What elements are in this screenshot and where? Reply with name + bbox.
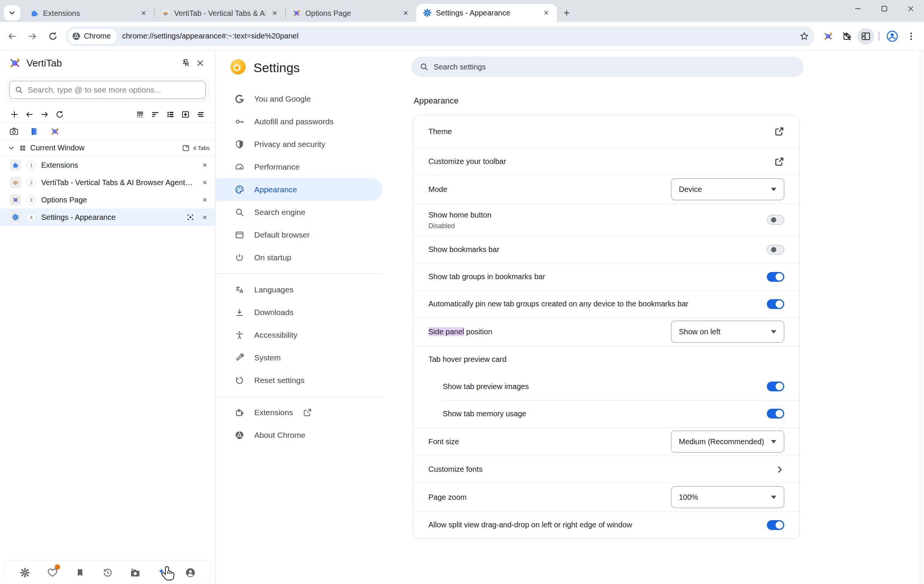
open-customize-toolbar-button[interactable] xyxy=(774,157,784,167)
panel-tab-title: Settings - Appearance xyxy=(41,213,181,222)
close-tab-icon[interactable]: × xyxy=(200,161,210,170)
row-customize-toolbar[interactable]: Customize your toolbar xyxy=(413,148,799,175)
browser-menu-button[interactable] xyxy=(903,28,919,45)
nav-item-reset[interactable]: Reset settings xyxy=(216,369,383,392)
tab-settings-appearance[interactable]: Settings - Appearance × xyxy=(416,4,557,22)
unpin-panel-button[interactable] xyxy=(179,56,193,70)
accessibility-icon xyxy=(234,330,244,340)
history-button[interactable] xyxy=(100,565,115,580)
mode-select[interactable]: Device xyxy=(671,178,784,200)
show-bookmarks-bar-toggle[interactable] xyxy=(767,245,784,255)
bookmark-star-button[interactable] xyxy=(799,31,809,41)
row-customize-fonts[interactable]: Customize fonts xyxy=(413,455,799,483)
settings-page: Settings You and Google Autofill and pas… xyxy=(216,51,924,584)
close-tab-icon[interactable]: × xyxy=(200,196,210,205)
focus-tab-button[interactable] xyxy=(186,213,195,221)
panel-tab-vertitab-store[interactable]: 2 VertiTab - Vertical Tabs & AI Browser … xyxy=(0,174,215,191)
nav-item-on-startup[interactable]: On startup xyxy=(216,246,383,269)
side-panel-button[interactable] xyxy=(858,28,874,45)
profile-button[interactable] xyxy=(884,28,901,45)
nav-item-performance[interactable]: Performance xyxy=(216,156,383,178)
capture-button[interactable] xyxy=(128,565,143,580)
account-button[interactable] xyxy=(183,565,198,580)
nav-item-appearance[interactable]: Appearance xyxy=(216,178,383,201)
panel-reload-button[interactable] xyxy=(52,108,67,121)
current-window-row[interactable]: Current Window 4 Tabs xyxy=(0,140,215,157)
ai-assistant-button[interactable] xyxy=(155,565,170,580)
tab-close-icon[interactable]: × xyxy=(541,8,551,18)
favorites-button[interactable] xyxy=(45,565,60,580)
reload-button[interactable] xyxy=(45,28,61,45)
nav-item-search-engine[interactable]: Search engine xyxy=(216,201,383,224)
open-theme-button[interactable] xyxy=(774,127,784,136)
bookmarks-button[interactable] xyxy=(73,565,87,580)
vertitab-extension-button[interactable] xyxy=(820,28,837,45)
settings-search-input[interactable] xyxy=(434,63,795,71)
nav-item-system[interactable]: System xyxy=(216,346,383,369)
tab-options-page[interactable]: Options Page × xyxy=(285,5,416,22)
panel-tab-extensions[interactable]: 1 Extensions × xyxy=(0,157,215,174)
compact-rows-button[interactable] xyxy=(133,108,148,121)
close-window-button[interactable] xyxy=(898,0,924,17)
panel-settings-button[interactable] xyxy=(17,565,33,580)
side-panel-position-select[interactable]: Show on left xyxy=(671,321,784,343)
nav-item-extensions[interactable]: Extensions xyxy=(216,401,383,424)
nav-item-default-browser[interactable]: Default browser xyxy=(216,224,383,246)
chevron-down-icon[interactable] xyxy=(8,144,15,152)
nav-item-privacy[interactable]: Privacy and security xyxy=(216,133,383,156)
panel-search-box[interactable] xyxy=(9,81,206,99)
page-scrollbar[interactable] xyxy=(920,51,924,584)
sort-rows-button[interactable] xyxy=(148,108,163,121)
show-tab-groups-toggle[interactable] xyxy=(767,272,784,282)
tab-vertitab-store[interactable]: VertiTab - Vertical Tabs & AI Browser Ag… xyxy=(155,5,285,22)
tab-close-icon[interactable]: × xyxy=(401,8,411,18)
split-view-toggle[interactable] xyxy=(767,520,784,530)
window-tab-count: 4 Tabs xyxy=(182,144,210,152)
row-theme[interactable]: Theme xyxy=(413,115,799,148)
nav-item-languages[interactable]: Languages xyxy=(216,279,383,301)
vertitab-actions-button[interactable] xyxy=(50,127,60,136)
tab-extensions[interactable]: Extensions × xyxy=(23,5,154,22)
settings-search-bar[interactable] xyxy=(411,57,804,77)
tab-search-button[interactable] xyxy=(4,5,20,20)
nav-item-you-and-google[interactable]: You and Google xyxy=(216,87,383,110)
forward-button[interactable] xyxy=(24,28,41,45)
close-tab-icon[interactable]: × xyxy=(200,213,210,222)
tab-close-icon[interactable]: × xyxy=(138,8,149,18)
page-zoom-select[interactable]: 100% xyxy=(671,486,784,508)
screenshot-button[interactable] xyxy=(9,127,19,136)
nav-item-accessibility[interactable]: Accessibility xyxy=(216,324,383,346)
new-tab-button[interactable] xyxy=(7,108,22,121)
close-tab-icon[interactable]: × xyxy=(200,178,210,187)
chevron-down-icon xyxy=(8,9,16,17)
address-bar[interactable]: Chrome chrome://settings/appearance#:~:t… xyxy=(66,26,815,46)
extensions-menu-button[interactable] xyxy=(839,28,855,45)
tab-memory-usage-toggle[interactable] xyxy=(767,409,784,419)
minimize-button[interactable] xyxy=(845,0,871,17)
panel-search-input[interactable] xyxy=(28,85,200,94)
nav-item-autofill[interactable]: Autofill and passwords xyxy=(216,110,383,133)
nav-item-downloads[interactable]: Downloads xyxy=(216,301,383,324)
list-view-button[interactable] xyxy=(163,108,178,121)
auto-pin-tab-groups-toggle[interactable] xyxy=(767,299,784,309)
panel-tab-options-page[interactable]: 3 Options Page × xyxy=(0,191,215,208)
boxed-theme-button[interactable] xyxy=(178,108,193,121)
nav-item-about-chrome[interactable]: About Chrome xyxy=(216,424,383,447)
back-button[interactable] xyxy=(4,28,20,45)
show-home-button-toggle[interactable] xyxy=(767,215,784,225)
notebook-button[interactable] xyxy=(30,127,39,136)
tab-close-icon[interactable]: × xyxy=(269,8,280,18)
panel-tab-settings[interactable]: 4 Settings - Appearance × xyxy=(0,208,215,226)
puzzle-favicon-icon xyxy=(10,159,21,171)
close-panel-button[interactable] xyxy=(193,56,207,70)
font-size-select[interactable]: Medium (Recommended) xyxy=(671,431,784,452)
new-tab-button[interactable]: + xyxy=(559,5,574,20)
panel-back-button[interactable] xyxy=(22,108,37,121)
panel-forward-button[interactable] xyxy=(37,108,52,121)
row-allow-split-view: Allow split view drag-and-drop on left o… xyxy=(413,511,799,538)
tab-preview-images-toggle[interactable] xyxy=(767,381,784,391)
site-chip[interactable]: Chrome xyxy=(68,29,117,44)
maximize-button[interactable] xyxy=(871,0,898,17)
chevron-right-icon xyxy=(775,465,784,474)
align-rows-button[interactable] xyxy=(193,108,208,121)
